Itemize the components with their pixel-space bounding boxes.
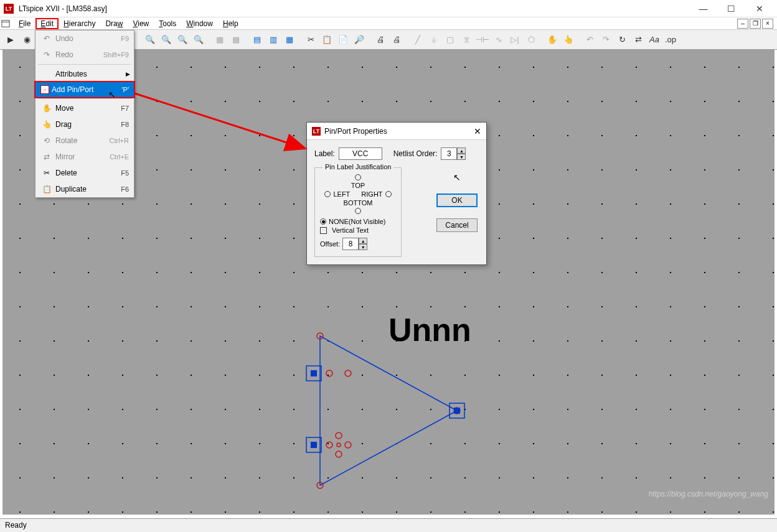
submenu-arrow-icon: ▶: [126, 71, 130, 77]
cursor-icon: ↖: [453, 172, 461, 182]
dialog-title-text: Pin/Port Properties: [324, 127, 387, 136]
menu-redo[interactable]: ↷ Redo Shift+F9: [35, 47, 134, 63]
menu-tools[interactable]: Tools: [154, 18, 181, 29]
spinner-up[interactable]: ▲: [359, 238, 367, 244]
opamp-symbol: [301, 330, 482, 492]
menu-attributes[interactable]: Attributes ▶: [35, 66, 134, 82]
annotation-arrow: [128, 87, 315, 162]
label-input[interactable]: [339, 147, 382, 160]
redo-icon: ↷: [40, 50, 53, 59]
menu-mirror[interactable]: ⇄ Mirror Ctrl+E: [35, 149, 134, 165]
mdi-restore[interactable]: ❐: [750, 19, 761, 29]
svg-point-10: [326, 442, 332, 448]
menu-window[interactable]: Window: [181, 18, 218, 29]
text-icon[interactable]: Aa: [648, 33, 661, 47]
spinner-down[interactable]: ▼: [457, 154, 466, 160]
offset-spinner[interactable]: ▲▼: [342, 238, 367, 250]
spinner-up[interactable]: ▲: [457, 147, 466, 154]
menu-edit[interactable]: Edit: [35, 18, 59, 29]
copy-icon[interactable]: 📋: [320, 33, 334, 47]
radio-top[interactable]: [355, 174, 361, 180]
symbol-refdes: Unnn: [388, 311, 471, 348]
cancel-button[interactable]: Cancel: [436, 218, 478, 232]
radio-none[interactable]: [320, 218, 326, 225]
zoom-region-icon[interactable]: 🔍: [192, 33, 205, 47]
mirror-icon[interactable]: ⇄: [631, 33, 645, 47]
svg-rect-18: [311, 370, 317, 376]
window-icon[interactable]: ▤: [250, 33, 264, 47]
spice-directive-icon[interactable]: .op: [664, 33, 677, 47]
ground-icon[interactable]: ⏚: [427, 33, 441, 47]
run-icon[interactable]: ▶: [4, 33, 17, 47]
dialog-titlebar[interactable]: LT Pin/Port Properties ✕: [307, 123, 486, 140]
radio-bottom[interactable]: [355, 208, 361, 214]
print-icon[interactable]: 🖨: [374, 33, 387, 47]
stop-icon[interactable]: ◉: [20, 33, 34, 47]
undo-icon: ↶: [40, 34, 53, 43]
mdi-minimize[interactable]: –: [737, 19, 748, 29]
svg-point-8: [326, 370, 332, 376]
spinner-down[interactable]: ▼: [359, 244, 367, 250]
undo-icon[interactable]: ↶: [583, 33, 596, 47]
menu-drag[interactable]: 👆 Drag F8: [35, 116, 134, 133]
vertical-text-checkbox[interactable]: [320, 227, 327, 234]
svg-rect-20: [454, 408, 460, 414]
ok-button[interactable]: OK: [436, 194, 478, 207]
menu-hierarchy[interactable]: Hierarchy: [59, 18, 100, 29]
svg-point-9: [345, 370, 351, 376]
app-icon: LT: [4, 4, 14, 14]
separator: [38, 98, 131, 99]
menu-undo[interactable]: ↶ Undo F9: [35, 30, 134, 47]
offset-input[interactable]: [342, 238, 359, 250]
rotate-icon[interactable]: ↻: [615, 33, 629, 47]
cut-icon[interactable]: ✂: [304, 33, 318, 47]
pin-port-dialog: LT Pin/Port Properties ✕ Label: Netlist …: [306, 122, 487, 265]
mdi-close[interactable]: ×: [762, 19, 773, 29]
tool-icon[interactable]: ▦: [229, 33, 243, 47]
drag-icon[interactable]: 👆: [562, 33, 575, 47]
zoom-fit-icon[interactable]: 🔍: [176, 33, 189, 47]
paste-icon[interactable]: 📄: [336, 33, 350, 47]
svg-point-11: [336, 432, 342, 439]
svg-marker-4: [320, 336, 457, 485]
print-setup-icon[interactable]: 🖨: [390, 33, 403, 47]
maximize-button[interactable]: ☐: [717, 0, 745, 17]
menu-file[interactable]: File: [14, 18, 35, 29]
minimize-button[interactable]: —: [689, 0, 717, 17]
radio-right[interactable]: [385, 191, 392, 197]
zoom-in-icon[interactable]: 🔍: [143, 33, 157, 47]
move-icon[interactable]: ✋: [545, 33, 559, 47]
component-icon[interactable]: ⬠: [524, 33, 538, 47]
mirror-icon: ⇄: [40, 152, 53, 161]
dialog-close-button[interactable]: ✕: [474, 126, 481, 136]
menu-draw[interactable]: Draw: [100, 18, 128, 29]
find-icon[interactable]: 🔎: [352, 33, 366, 47]
zoom-out-icon[interactable]: 🔍: [159, 33, 173, 47]
titlebar: LT LTspice XVII - [LM358.asy] — ☐ ✕: [0, 0, 777, 17]
radio-left[interactable]: [324, 191, 331, 197]
netlist-order-input[interactable]: [441, 147, 457, 160]
resistor-icon[interactable]: ⧖: [459, 33, 473, 47]
tool-icon[interactable]: ▦: [213, 33, 227, 47]
redo-icon[interactable]: ↷: [599, 33, 613, 47]
window-title: LTspice XVII - [LM358.asy]: [19, 4, 107, 13]
netlist-order-spinner[interactable]: ▲▼: [441, 147, 466, 160]
menu-help[interactable]: Help: [218, 18, 243, 29]
diode-icon[interactable]: ▷|: [508, 33, 522, 47]
window-icon[interactable]: ▥: [266, 33, 280, 47]
close-button[interactable]: ✕: [745, 0, 773, 17]
capacitor-icon[interactable]: ⊣⊢: [476, 33, 489, 47]
inductor-icon[interactable]: ∿: [492, 33, 506, 47]
menu-add-pin-port[interactable]: ○ Add Pin/Port 'P': [34, 81, 135, 98]
svg-rect-19: [311, 442, 317, 448]
menubar: File Edit Hierarchy Draw View Tools Wind…: [0, 17, 777, 30]
menu-view[interactable]: View: [128, 18, 154, 29]
menu-move[interactable]: ✋ Move F7: [35, 100, 134, 116]
menu-rotate[interactable]: ⟲ Rotate Ctrl+R: [35, 133, 134, 149]
menu-delete[interactable]: ✂ Delete F5: [35, 165, 134, 181]
window-icon[interactable]: ▦: [283, 33, 296, 47]
menu-duplicate[interactable]: 📋 Duplicate F6: [35, 181, 134, 197]
netlabel-icon[interactable]: ▢: [443, 33, 457, 47]
netlist-order-label: Netlist Order:: [393, 149, 438, 158]
wire-icon[interactable]: ╱: [411, 33, 425, 47]
